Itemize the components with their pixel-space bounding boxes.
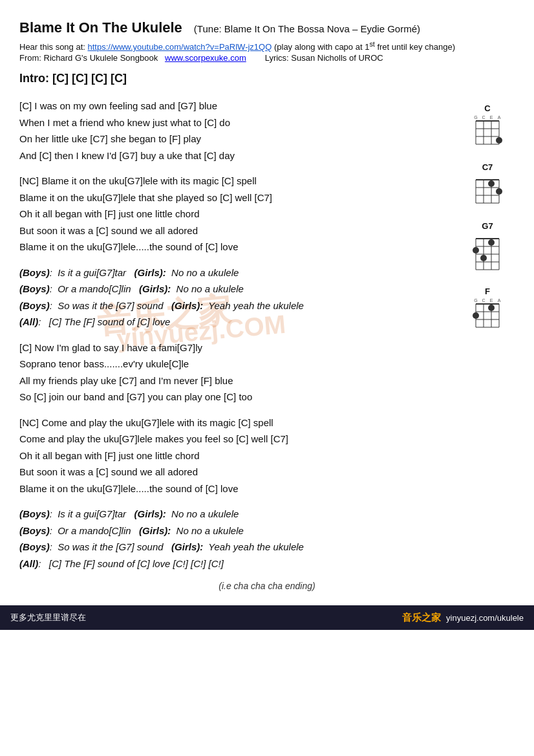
footer-left: 更多尤克里里谱尽在 <box>10 612 402 623</box>
svg-point-43 <box>473 312 479 319</box>
all-label: (All) <box>19 316 38 327</box>
boys-label: (Boys) <box>19 541 50 552</box>
lyric-line: All my friends play uke [C7] and I'm nev… <box>19 373 515 389</box>
lyric-line: Blame it on the uku[G7]lele that she pla… <box>19 189 515 206</box>
intro-chords: [C] [C] [C] [C] <box>52 72 127 85</box>
tune-info: (Tune: Blame It On The Bossa Nova – Eydi… <box>194 23 420 34</box>
verse-1: [C] I was on my own feeling sad and [G7]… <box>19 98 515 164</box>
girls-label: (Girls): <box>171 541 203 552</box>
boys-label: (Boys) <box>19 525 50 536</box>
lyric-line: [C] I was on my own feeling sad and [G7]… <box>19 98 515 114</box>
from-label: From: Richard G's Ukulele Songbook <box>19 53 158 63</box>
girls-label: (Girls): <box>139 283 171 294</box>
lyric-line: On her little uke [C7] she began to [F] … <box>19 131 515 147</box>
chorus-1: [NC] Blame it on the uku[G7]lele with it… <box>19 173 515 255</box>
boys-label: (Boys) <box>19 267 50 278</box>
all-line: (All): [C] The [F] sound of [C] love [C!… <box>19 556 515 572</box>
dialogue-2: (Boys): Is it a gui[G7]tar (Girls): No n… <box>19 506 515 572</box>
lyric-line: But soon it was a [C] sound we all adore… <box>19 222 515 239</box>
boys-label: (Boys) <box>19 508 50 519</box>
lyric-line: [NC] Blame it on the uku[G7]lele with it… <box>19 173 515 189</box>
chorus-2: [NC] Come and play the uku[G7]lele with … <box>19 415 515 497</box>
lyric-line: So [C] join our band and [G7] you can pl… <box>19 389 515 405</box>
chord-c7: C7 <box>472 162 503 212</box>
from-line: From: Richard G's Ukulele Songbook www.s… <box>19 53 515 63</box>
svg-point-33 <box>480 255 487 261</box>
dialogue-line: (Boys): Or a mando[C]lin (Girls): No no … <box>19 523 515 539</box>
dialogue-line: (Boys): Is it a gui[G7]tar (Girls): No n… <box>19 506 515 523</box>
lyrics-label: Lyrics: Susan Nicholls of UROC <box>265 53 383 63</box>
chord-f: F G C E A <box>472 286 503 336</box>
chord-g7: G7 <box>472 221 503 277</box>
svg-point-32 <box>473 247 479 254</box>
svg-point-21 <box>488 180 495 187</box>
song-title: Blame It On The Ukulele <box>19 19 182 36</box>
dialogue-line: (Boys): So was it the [G7] sound (Girls)… <box>19 297 515 314</box>
girls-label: (Girls): <box>171 300 203 311</box>
girls-label: (Girls): <box>134 267 166 278</box>
dialogue-line: (Boys): Or a mando[C]lin (Girls): No no … <box>19 281 515 297</box>
all-line: (All): [C] The [F] sound of [C] love <box>19 314 515 330</box>
girls-label: (Girls): <box>139 525 171 536</box>
dialogue-1: (Boys): Is it a gui[G7]tar (Girls): No n… <box>19 265 515 330</box>
hear-label: Hear this song at: <box>19 42 85 52</box>
svg-text:C: C <box>482 115 485 120</box>
intro-label: Intro: <box>19 72 49 85</box>
intro-section: Intro: [C] [C] [C] [C] <box>19 69 515 89</box>
svg-text:E: E <box>490 298 493 303</box>
lyric-line: Come and play the uku[G7]lele makes you … <box>19 431 515 448</box>
verse-2: [C] Now I'm glad to say I have a fami[G7… <box>19 340 515 405</box>
girls-label: (Girls): <box>134 508 166 519</box>
footer-bar: 更多尤克里里谱尽在 音乐之家 yinyuezj.com/ukulele <box>0 605 534 630</box>
lyric-line: Soprano tenor bass.......ev'ry ukule[C]l… <box>19 356 515 373</box>
ending-note: (i.e cha cha cha ending) <box>19 581 515 591</box>
boys-label: (Boys) <box>19 300 50 311</box>
all-label: (All) <box>19 558 38 569</box>
svg-point-22 <box>496 188 502 195</box>
lyric-line: Oh it all began with [F] just one little… <box>19 206 515 222</box>
svg-text:E: E <box>490 115 493 120</box>
svg-text:G: G <box>474 298 477 303</box>
lyric-line: But soon it was a [C] sound we all adore… <box>19 464 515 481</box>
chord-diagrams: C G C E <box>472 103 503 336</box>
lyric-line: [C] Now I'm glad to say I have a fami[G7… <box>19 340 515 356</box>
boys-label: (Boys) <box>19 283 50 294</box>
svg-text:G: G <box>474 115 477 120</box>
svg-point-44 <box>488 305 495 311</box>
svg-point-8 <box>496 137 502 144</box>
chord-c: C G C E <box>472 103 503 153</box>
lyric-line: [NC] Come and play the uku[G7]lele with … <box>19 415 515 431</box>
hear-line: Hear this song at: https://www.youtube.c… <box>19 40 515 52</box>
dialogue-line: (Boys): Is it a gui[G7]tar (Girls): No n… <box>19 265 515 281</box>
svg-text:A: A <box>498 298 501 303</box>
url-note: (play along with capo at 1st fret until … <box>274 42 455 52</box>
footer-center: 音乐之家 <box>402 612 441 624</box>
title-area: Blame It On The Ukulele (Tune: Blame It … <box>19 19 515 36</box>
youtube-link[interactable]: https://www.youtube.com/watch?v=PaRlW-jz… <box>88 42 272 52</box>
lyric-line: Blame it on the uku[G7]lele.....the soun… <box>19 239 515 255</box>
dialogue-line: (Boys): So was it the [G7] sound (Girls)… <box>19 539 515 556</box>
svg-text:C: C <box>482 298 485 303</box>
intro-line: Intro: [C] [C] [C] [C] <box>19 69 515 89</box>
lyric-line: Oh it all began with [F] just one little… <box>19 448 515 464</box>
website-link[interactable]: www.scorpexuke.com <box>165 53 246 63</box>
svg-point-34 <box>488 239 495 246</box>
svg-text:A: A <box>498 115 501 120</box>
lyric-line: And [C] then I knew I'd [G7] buy a uke t… <box>19 147 515 164</box>
lyric-line: Blame it on the uku[G7]lele.....the soun… <box>19 481 515 497</box>
lyric-line: When I met a friend who knew just what t… <box>19 114 515 131</box>
footer-right: yinyuezj.com/ukulele <box>446 613 524 623</box>
